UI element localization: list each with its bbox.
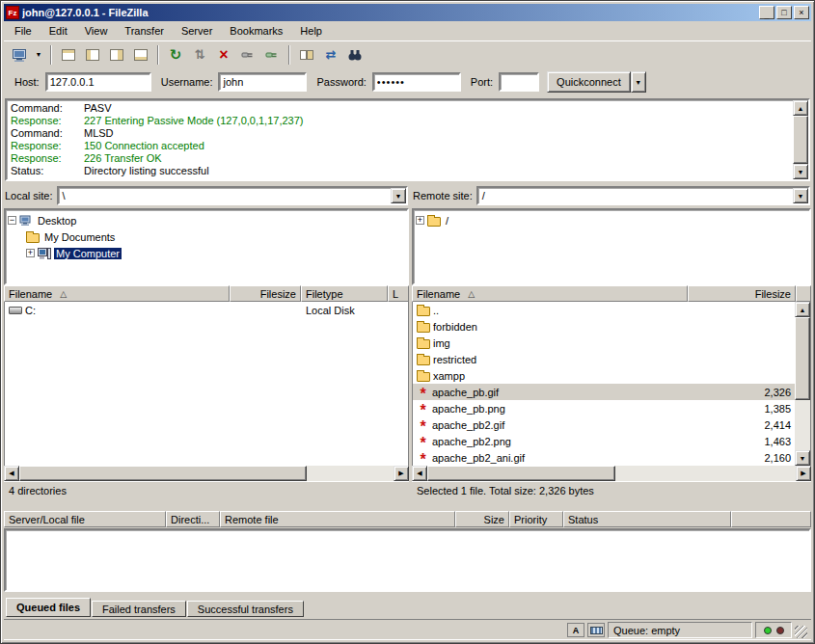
scroll-thumb[interactable] bbox=[793, 116, 808, 164]
scroll-up-button[interactable]: ▲ bbox=[795, 302, 810, 317]
cancel-operation-button[interactable]: × bbox=[212, 43, 235, 67]
column-header-filesize[interactable]: Filesize bbox=[230, 285, 301, 302]
remote-vertical-scrollbar[interactable]: ▲ ▼ bbox=[795, 302, 810, 466]
quickconnect-dropdown-button[interactable]: ▼ bbox=[631, 71, 646, 93]
queue-column-server-local-file[interactable]: Server/Local file bbox=[4, 511, 166, 527]
toggle-queue-button[interactable] bbox=[129, 43, 152, 67]
disconnect-button[interactable] bbox=[236, 43, 259, 67]
remote-file-row[interactable]: restricted bbox=[413, 351, 795, 367]
menu-help[interactable]: Help bbox=[291, 23, 331, 39]
remote-file-row[interactable]: *apache_pb2.gif 2,414 bbox=[413, 416, 795, 433]
tree-item-my-computer[interactable]: + My Computer bbox=[8, 245, 405, 261]
queue-column-remote-file[interactable]: Remote file bbox=[220, 511, 455, 527]
log-line: Status:Directory listing successful bbox=[11, 165, 789, 177]
scroll-up-button[interactable]: ▲ bbox=[793, 100, 808, 116]
log-scrollbar[interactable]: ▲ ▼ bbox=[793, 100, 808, 179]
scroll-right-button[interactable]: ▶ bbox=[796, 466, 811, 481]
expand-expander-icon[interactable]: + bbox=[416, 216, 424, 225]
queue-tabs: Queued files Failed transfers Successful… bbox=[4, 596, 811, 617]
close-button[interactable]: × bbox=[794, 6, 809, 19]
folder-icon bbox=[417, 307, 430, 316]
queue-column-priority[interactable]: Priority bbox=[509, 511, 563, 527]
binoculars-icon bbox=[347, 47, 363, 63]
tab-successful-transfers[interactable]: Successful transfers bbox=[187, 601, 304, 617]
find-files-button[interactable] bbox=[343, 43, 367, 67]
scroll-down-button[interactable]: ▼ bbox=[795, 450, 810, 466]
scroll-thumb[interactable] bbox=[19, 466, 307, 481]
remote-file-row[interactable]: xampp bbox=[413, 367, 795, 384]
menu-view[interactable]: View bbox=[76, 23, 117, 39]
remote-file-row[interactable]: .. bbox=[413, 302, 795, 318]
toolbar-separator bbox=[157, 45, 159, 65]
tree-item-desktop[interactable]: − Desktop bbox=[8, 212, 405, 228]
menu-transfer[interactable]: Transfer bbox=[116, 23, 173, 39]
remote-file-rows: .. forbidden img restricted bbox=[413, 302, 795, 466]
arrow-up-icon: ▲ bbox=[798, 105, 804, 112]
collapse-expander-icon[interactable]: − bbox=[8, 216, 16, 225]
local-horizontal-scrollbar[interactable]: ◀ ▶ bbox=[4, 466, 409, 481]
toggle-remote-tree-button[interactable] bbox=[105, 43, 128, 67]
titlebar[interactable]: Fz john@127.0.0.1 - FileZilla _ □ × bbox=[4, 4, 811, 21]
scroll-thumb[interactable] bbox=[427, 466, 615, 481]
tree-item-root[interactable]: + / bbox=[416, 212, 807, 228]
menu-edit[interactable]: Edit bbox=[41, 23, 76, 39]
log-line: Command:MLSD bbox=[11, 127, 789, 140]
scroll-thumb[interactable] bbox=[795, 317, 810, 400]
queue-column-size[interactable]: Size bbox=[455, 511, 509, 527]
local-site-combobox[interactable]: \ ▼ bbox=[57, 186, 408, 205]
scroll-left-button[interactable]: ◀ bbox=[4, 466, 19, 481]
host-input[interactable] bbox=[45, 72, 151, 92]
log-line: Command:PASV bbox=[11, 102, 789, 115]
queue-list[interactable] bbox=[4, 528, 811, 592]
port-input[interactable] bbox=[499, 72, 539, 92]
menu-server[interactable]: Server bbox=[173, 23, 221, 39]
queue-column-direction[interactable]: Directi... bbox=[166, 511, 220, 527]
synchronized-browsing-button[interactable]: ⇄ bbox=[319, 43, 342, 67]
remote-site-dropdown-button[interactable]: ▼ bbox=[793, 188, 808, 203]
password-input[interactable] bbox=[372, 72, 461, 92]
queue-column-status[interactable]: Status bbox=[563, 511, 731, 527]
menu-bookmarks[interactable]: Bookmarks bbox=[221, 23, 291, 39]
local-site-dropdown-button[interactable]: ▼ bbox=[391, 188, 406, 203]
remote-horizontal-scrollbar[interactable]: ◀ ▶ bbox=[412, 466, 811, 481]
reconnect-button[interactable] bbox=[260, 43, 284, 67]
scroll-down-button[interactable]: ▼ bbox=[793, 164, 808, 179]
close-icon: × bbox=[799, 8, 803, 17]
remote-file-row[interactable]: *apache_pb.png 1,385 bbox=[413, 400, 795, 416]
remote-file-row[interactable]: img bbox=[413, 335, 795, 351]
tab-failed-transfers[interactable]: Failed transfers bbox=[92, 601, 186, 617]
column-header-filename[interactable]: Filename△ bbox=[412, 285, 688, 302]
minimize-button[interactable]: _ bbox=[759, 6, 774, 19]
site-manager-button[interactable] bbox=[8, 43, 31, 67]
site-manager-dropdown-button[interactable]: ▼ bbox=[32, 43, 45, 67]
remote-file-row[interactable]: *apache_pb2_ani.gif 2,160 bbox=[413, 449, 795, 466]
maximize-button[interactable]: □ bbox=[776, 6, 792, 19]
tab-queued-files[interactable]: Queued files bbox=[6, 598, 91, 617]
scroll-left-button[interactable]: ◀ bbox=[412, 466, 427, 481]
remote-file-row[interactable]: *apache_pb2.png 1,463 bbox=[413, 433, 795, 449]
local-file-row[interactable]: C: Local Disk bbox=[5, 302, 408, 318]
remote-pane: Remote site: / ▼ + / Filename△ Filesize bbox=[412, 185, 811, 501]
expand-expander-icon[interactable]: + bbox=[26, 249, 35, 257]
scroll-right-button[interactable]: ▶ bbox=[394, 466, 409, 481]
column-header-filesize[interactable]: Filesize bbox=[688, 285, 796, 302]
toggle-message-log-button[interactable] bbox=[57, 43, 80, 67]
remote-file-row[interactable]: forbidden bbox=[413, 318, 795, 335]
remote-site-combobox[interactable]: / ▼ bbox=[476, 186, 810, 205]
column-header-filetype[interactable]: Filetype bbox=[301, 285, 388, 302]
username-input[interactable] bbox=[218, 72, 307, 92]
directory-compare-button[interactable] bbox=[295, 43, 318, 67]
image-file-icon: * bbox=[417, 434, 429, 448]
column-header-lastmodified[interactable]: L bbox=[388, 285, 409, 302]
tree-item-my-documents[interactable]: My Documents bbox=[8, 228, 405, 245]
refresh-button[interactable]: ↻ bbox=[164, 43, 187, 67]
process-queue-button[interactable]: ⇅ bbox=[188, 43, 211, 67]
arrow-left-icon: ◀ bbox=[9, 470, 14, 477]
resize-grip[interactable] bbox=[795, 626, 807, 638]
column-header-filename[interactable]: Filename△ bbox=[4, 285, 230, 302]
splitter[interactable] bbox=[4, 501, 811, 511]
toggle-local-tree-button[interactable] bbox=[81, 43, 104, 67]
quickconnect-button[interactable]: Quickconnect bbox=[547, 71, 631, 93]
menu-file[interactable]: File bbox=[6, 23, 41, 39]
remote-file-row-selected[interactable]: *apache_pb.gif 2,326 bbox=[413, 384, 795, 400]
